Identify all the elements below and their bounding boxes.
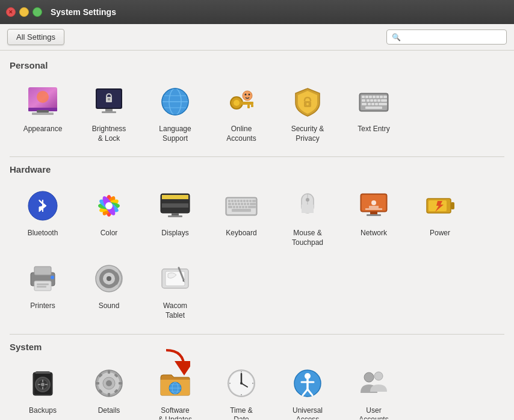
svg-rect-135: [108, 393, 110, 397]
item-keyboard[interactable]: Keyboard: [208, 181, 274, 253]
svg-rect-87: [236, 206, 238, 208]
svg-rect-76: [252, 200, 256, 202]
item-printers[interactable]: Printers: [10, 253, 76, 326]
bluetooth-label: Bluetooth: [28, 229, 58, 238]
svg-point-25: [249, 94, 250, 96]
svg-point-117: [107, 276, 111, 281]
item-wacom-tablet[interactable]: WacomTablet: [142, 253, 208, 326]
svg-rect-84: [250, 203, 256, 205]
svg-rect-77: [228, 203, 231, 205]
brightness-lock-icon: [90, 82, 128, 121]
item-time-date[interactable]: Time &Date: [208, 358, 274, 419]
item-online-accounts[interactable]: OnlineAccounts: [208, 76, 274, 149]
svg-rect-30: [362, 96, 365, 98]
svg-rect-34: [376, 96, 379, 98]
svg-rect-3: [32, 113, 54, 115]
item-sound[interactable]: Sound: [76, 253, 142, 326]
network-label: Network: [361, 229, 387, 238]
svg-rect-104: [367, 214, 381, 216]
svg-rect-64: [172, 213, 179, 215]
printers-icon: [23, 259, 62, 298]
item-security-privacy[interactable]: Security &Privacy: [274, 76, 341, 149]
security-privacy-icon: [288, 82, 327, 121]
universal-access-icon: [288, 364, 327, 403]
item-text-entry[interactable]: Text Entry: [341, 76, 407, 149]
keyboard-label: Keyboard: [226, 229, 256, 238]
svg-rect-90: [245, 206, 247, 208]
user-accounts-label: UserAccounts: [359, 406, 388, 419]
svg-point-166: [374, 372, 383, 380]
item-language-support[interactable]: LanguageSupport: [142, 76, 208, 149]
svg-rect-136: [96, 382, 99, 384]
minimize-button[interactable]: [19, 7, 29, 17]
svg-rect-103: [370, 212, 377, 214]
wacom-tablet-label: WacomTablet: [163, 301, 187, 320]
all-settings-button[interactable]: All Settings: [7, 29, 64, 45]
language-support-label: LanguageSupport: [159, 125, 191, 143]
language-support-icon: [156, 82, 194, 121]
details-icon: [90, 364, 128, 403]
svg-rect-70: [234, 200, 237, 202]
svg-rect-63: [162, 208, 188, 212]
svg-point-143: [106, 380, 112, 386]
svg-point-56: [105, 202, 113, 209]
arrow-indicator: [160, 347, 190, 377]
displays-label: Displays: [161, 229, 188, 238]
svg-rect-22: [251, 105, 253, 107]
svg-rect-33: [373, 96, 376, 98]
svg-rect-72: [240, 200, 243, 202]
svg-rect-111: [37, 283, 49, 285]
section-hardware: Hardware Bluetooth: [10, 164, 504, 326]
item-mouse-touchpad[interactable]: Mouse &Touchpad: [274, 181, 341, 253]
svg-rect-75: [249, 200, 252, 202]
item-appearance[interactable]: Appearance: [10, 76, 76, 149]
svg-rect-32: [369, 96, 372, 98]
section-system: System: [10, 342, 504, 419]
svg-rect-40: [374, 99, 377, 102]
svg-rect-43: [362, 103, 367, 105]
svg-rect-106: [451, 202, 454, 209]
svg-point-19: [234, 100, 240, 106]
item-color[interactable]: Color: [76, 181, 142, 253]
svg-rect-47: [379, 103, 387, 105]
backups-icon: [23, 364, 62, 403]
toolbar: All Settings 🔍: [0, 24, 514, 51]
svg-rect-21: [247, 105, 250, 108]
item-brightness-lock[interactable]: Brightness& Lock: [76, 76, 142, 149]
item-network[interactable]: Network: [341, 181, 407, 253]
svg-point-95: [306, 198, 309, 202]
svg-rect-109: [34, 267, 51, 275]
item-displays[interactable]: Displays: [142, 181, 208, 253]
svg-rect-86: [233, 206, 235, 208]
svg-rect-73: [243, 200, 246, 202]
svg-rect-45: [371, 103, 374, 105]
brightness-lock-label: Brightness& Lock: [92, 125, 126, 143]
svg-point-165: [364, 372, 374, 382]
item-bluetooth[interactable]: Bluetooth: [10, 181, 76, 253]
item-user-accounts[interactable]: UserAccounts: [341, 358, 407, 419]
backups-label: Backups: [29, 406, 57, 416]
text-entry-label: Text Entry: [358, 125, 389, 134]
section-personal: Personal: [10, 60, 504, 149]
section-title-hardware: Hardware: [10, 164, 504, 174]
wacom-tablet-icon: [156, 259, 194, 298]
maximize-button[interactable]: [33, 7, 42, 17]
online-accounts-icon: [222, 82, 261, 121]
close-button[interactable]: ✕: [6, 7, 16, 17]
item-universal-access[interactable]: UniversalAccess: [274, 358, 341, 419]
network-icon: [355, 187, 393, 225]
personal-grid: Appearance Br: [10, 76, 504, 149]
software-updates-label: Software& Updates: [158, 406, 192, 419]
svg-rect-39: [370, 99, 373, 102]
time-date-label: Time &Date: [230, 406, 253, 419]
item-power[interactable]: Power: [407, 181, 473, 253]
item-backups[interactable]: Backups: [10, 358, 76, 419]
svg-rect-11: [102, 111, 116, 113]
search-input[interactable]: [403, 32, 501, 42]
svg-rect-80: [238, 203, 240, 205]
svg-rect-112: [37, 286, 46, 288]
item-details[interactable]: Details: [76, 358, 142, 419]
svg-rect-46: [375, 103, 378, 105]
svg-rect-38: [367, 99, 370, 102]
item-software-updates[interactable]: Software& Updates: [142, 358, 208, 419]
